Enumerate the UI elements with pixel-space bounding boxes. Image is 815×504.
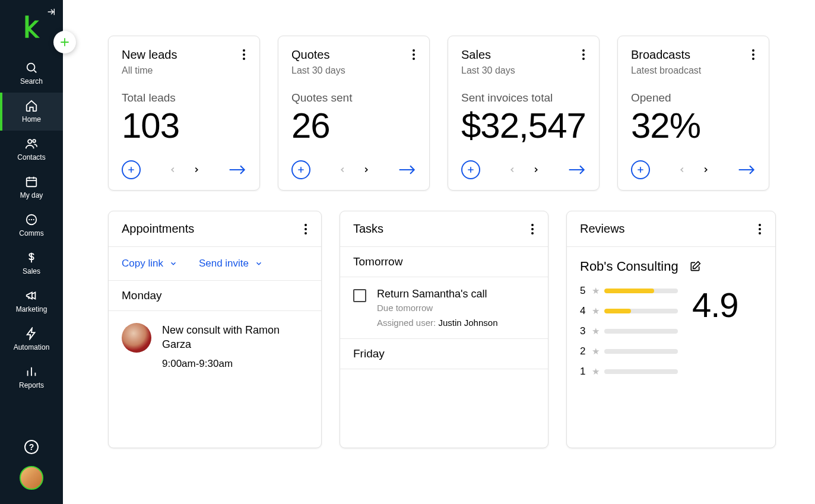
home-icon bbox=[24, 99, 39, 113]
add-icon[interactable] bbox=[291, 160, 310, 179]
rating-score: 4.9 bbox=[692, 285, 738, 378]
sidebar: SearchHomeContactsMy dayCommsSalesMarket… bbox=[0, 0, 63, 504]
task-day-header: Tomorrow bbox=[340, 247, 548, 277]
stat-subtitle: All time bbox=[122, 65, 177, 76]
nav-label: Comms bbox=[19, 229, 43, 237]
nav-search[interactable]: Search bbox=[0, 55, 63, 93]
arrow-right-icon[interactable] bbox=[229, 164, 246, 176]
nav-label: Contacts bbox=[17, 153, 45, 161]
rating-bar bbox=[604, 289, 678, 293]
star-icon: ★ bbox=[592, 286, 600, 296]
add-button[interactable] bbox=[53, 31, 76, 53]
nav-dollar[interactable]: Sales bbox=[0, 245, 63, 283]
stat-title: Broadcasts bbox=[631, 48, 701, 62]
chevron-right-icon[interactable] bbox=[702, 164, 710, 175]
stat-value: 26 bbox=[291, 108, 416, 144]
task-item[interactable]: Return Samantha's call Due tomorrow Assi… bbox=[340, 277, 548, 339]
stat-title: Sales bbox=[461, 48, 515, 62]
more-icon[interactable] bbox=[581, 48, 586, 61]
collapse-sidebar-icon[interactable] bbox=[46, 7, 56, 17]
nav-megaphone[interactable]: Marketing bbox=[0, 283, 63, 321]
appointment-item[interactable]: New consult with Ramon Garza 9:00am-9:30… bbox=[109, 311, 321, 382]
stat-label: Sent invoices total bbox=[461, 91, 586, 104]
stat-value: $32,547 bbox=[461, 108, 586, 144]
add-icon[interactable] bbox=[461, 160, 480, 179]
nav-home[interactable]: Home bbox=[0, 93, 63, 131]
stat-card: BroadcastsLatest broadcastOpened32% bbox=[617, 36, 769, 191]
nav-bolt[interactable]: Automation bbox=[0, 321, 63, 359]
nav-label: Marketing bbox=[16, 305, 47, 313]
svg-point-0 bbox=[27, 64, 35, 71]
more-icon[interactable] bbox=[303, 223, 308, 236]
svg-point-1 bbox=[28, 140, 31, 143]
task-day-header: Friday bbox=[340, 339, 548, 369]
rating-row: 3★ bbox=[580, 325, 678, 337]
arrow-right-icon[interactable] bbox=[398, 164, 416, 176]
more-icon[interactable] bbox=[530, 223, 535, 236]
chevron-right-icon[interactable] bbox=[192, 164, 201, 175]
more-icon[interactable] bbox=[411, 48, 416, 61]
more-icon[interactable] bbox=[751, 48, 756, 61]
nav-label: Search bbox=[20, 77, 43, 85]
contacts-icon bbox=[24, 137, 39, 151]
chevron-down-icon bbox=[255, 259, 263, 268]
stat-card: SalesLast 30 daysSent invoices total$32,… bbox=[448, 36, 600, 191]
nav-label: My day bbox=[20, 191, 43, 199]
rating-bar bbox=[604, 329, 678, 334]
svg-point-2 bbox=[33, 140, 36, 142]
task-checkbox[interactable] bbox=[353, 289, 366, 302]
search-icon bbox=[24, 61, 39, 75]
user-avatar[interactable] bbox=[20, 466, 43, 490]
chevron-right-icon[interactable] bbox=[362, 164, 370, 175]
megaphone-icon bbox=[24, 289, 39, 303]
reviews-title: Reviews bbox=[580, 222, 625, 236]
chevron-right-icon[interactable] bbox=[532, 164, 540, 175]
star-icon: ★ bbox=[592, 326, 600, 337]
appointment-title: New consult with Ramon Garza bbox=[162, 323, 308, 352]
more-icon[interactable] bbox=[242, 48, 246, 61]
chat-icon bbox=[24, 213, 39, 227]
rating-row: 5★ bbox=[580, 285, 678, 297]
chevron-left-icon bbox=[338, 164, 347, 175]
more-icon[interactable] bbox=[757, 223, 762, 236]
send-invite-dropdown[interactable]: Send invite bbox=[199, 258, 263, 270]
stat-label: Quotes sent bbox=[291, 91, 416, 104]
nav-calendar[interactable]: My day bbox=[0, 169, 63, 207]
appointments-card: Appointments Copy link Send invite Monda… bbox=[108, 211, 322, 448]
rating-number: 1 bbox=[580, 366, 587, 378]
stat-title: New leads bbox=[122, 48, 177, 62]
main-content: New leadsAll timeTotal leads103QuotesLas… bbox=[63, 0, 815, 504]
nav-contacts[interactable]: Contacts bbox=[0, 131, 63, 169]
rating-row: 4★ bbox=[580, 305, 678, 317]
stat-card: QuotesLast 30 daysQuotes sent26 bbox=[278, 36, 430, 191]
nav-chat[interactable]: Comms bbox=[0, 207, 63, 245]
bolt-icon bbox=[24, 327, 39, 341]
rating-number: 2 bbox=[580, 345, 587, 357]
rating-row: 2★ bbox=[580, 345, 678, 357]
rating-bar bbox=[604, 309, 678, 313]
stat-card: New leadsAll timeTotal leads103 bbox=[108, 36, 260, 191]
help-icon[interactable]: ? bbox=[24, 440, 39, 454]
stat-subtitle: Last 30 days bbox=[461, 65, 515, 76]
stat-subtitle: Latest broadcast bbox=[631, 65, 701, 76]
nav-label: Automation bbox=[14, 343, 50, 351]
copy-link-dropdown[interactable]: Copy link bbox=[122, 258, 177, 270]
star-icon: ★ bbox=[592, 346, 600, 357]
stat-subtitle: Last 30 days bbox=[291, 65, 345, 76]
edit-icon[interactable] bbox=[689, 261, 701, 272]
task-due: Due tomorrow bbox=[377, 303, 497, 313]
add-icon[interactable] bbox=[122, 160, 141, 179]
arrow-right-icon[interactable] bbox=[738, 164, 756, 176]
rating-number: 4 bbox=[580, 305, 587, 317]
nav-bar-chart[interactable]: Reports bbox=[0, 359, 63, 397]
rating-number: 3 bbox=[580, 325, 587, 337]
star-icon: ★ bbox=[592, 366, 600, 377]
bar-chart-icon bbox=[24, 364, 39, 379]
chevron-down-icon bbox=[169, 259, 177, 268]
stat-title: Quotes bbox=[291, 48, 345, 62]
rating-bar bbox=[604, 349, 678, 354]
add-icon[interactable] bbox=[631, 160, 650, 179]
arrow-right-icon[interactable] bbox=[568, 164, 586, 176]
chevron-left-icon bbox=[508, 164, 516, 175]
copy-link-label: Copy link bbox=[122, 258, 163, 270]
